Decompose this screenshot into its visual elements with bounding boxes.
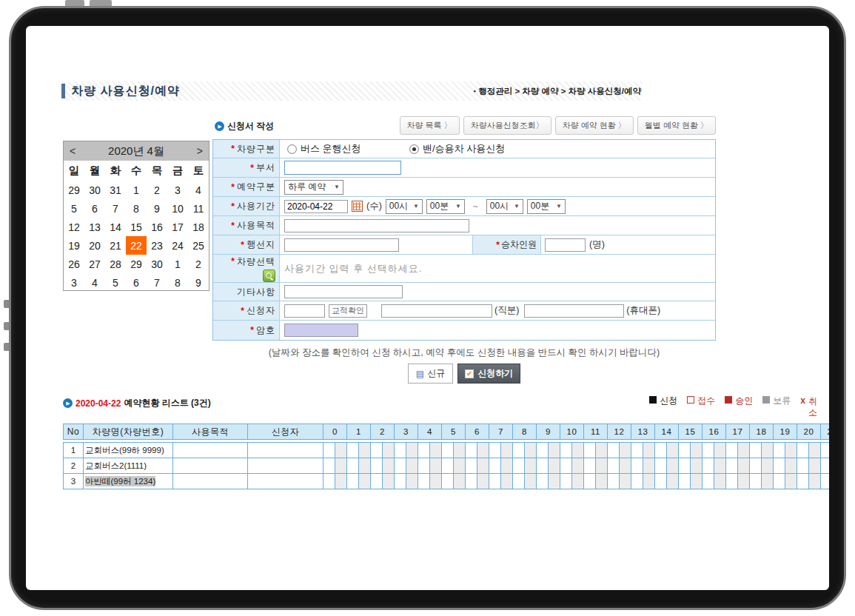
calendar-date-cell[interactable]: 31 (105, 181, 126, 199)
calendar-date-cell[interactable]: 1 (167, 255, 188, 273)
calendar-date-cell[interactable]: 23 (147, 236, 167, 255)
calendar-date-cell[interactable]: 10 (167, 199, 188, 218)
calendar-date-cell[interactable]: 4 (84, 273, 105, 292)
calendar-date-cell[interactable]: 9 (188, 273, 209, 292)
calendar-date-cell[interactable]: 7 (147, 273, 167, 292)
slot-cell (750, 458, 761, 473)
start-minute-select[interactable]: 00분▼ (426, 199, 465, 214)
usage-date-input[interactable] (284, 200, 348, 213)
calendar-date-cell[interactable]: 29 (126, 255, 147, 273)
row-number: 1 (64, 443, 83, 458)
calendar-date-cell[interactable]: 25 (188, 236, 209, 255)
phone-suffix: (휴대폰) (626, 304, 660, 317)
calendar-date-cell[interactable]: 22 (126, 236, 147, 255)
quick-nav-button[interactable]: 월별 예약 현황 〉 (637, 116, 716, 135)
calendar-next-button[interactable]: > (197, 145, 203, 157)
vehicle-search-icon[interactable] (263, 270, 275, 282)
calendar-date-cell[interactable]: 16 (147, 218, 167, 236)
quick-nav-button[interactable]: 차량사용신청조회〉 (463, 116, 551, 135)
purpose-label: *사용목적 (213, 216, 280, 235)
calendar-date-cell[interactable]: 3 (64, 273, 84, 292)
calendar-date-cell[interactable]: 11 (188, 199, 209, 218)
slot-cell (477, 458, 489, 473)
calendar-date-cell[interactable]: 3 (167, 181, 188, 199)
form-row-department: *부서 (213, 158, 715, 178)
calendar-date-cell[interactable]: 5 (105, 273, 126, 292)
slot-cell (477, 474, 489, 489)
slot-cell (620, 474, 631, 489)
calendar-date-cell[interactable]: 6 (84, 199, 105, 218)
calendar-date-cell[interactable]: 19 (64, 236, 84, 255)
passengers-input[interactable] (545, 238, 586, 252)
calendar-date-cell[interactable]: 4 (188, 181, 209, 199)
start-hour-select[interactable]: 00시▼ (386, 199, 423, 214)
slot-cell (584, 474, 595, 489)
calendar-date-cell[interactable]: 18 (188, 218, 209, 236)
radio-van-request[interactable] (409, 144, 419, 154)
legend-swatch-icon: x (800, 396, 805, 404)
calendar-date-cell[interactable]: 6 (126, 273, 147, 292)
calendar-date-cell[interactable]: 29 (64, 181, 84, 199)
password-input[interactable] (284, 324, 358, 337)
calendar-date-cell[interactable]: 15 (126, 218, 147, 236)
calendar-date-cell[interactable]: 1 (126, 181, 147, 199)
slot-cell (442, 443, 453, 458)
calendar-date-cell[interactable]: 28 (105, 255, 126, 273)
slot-cell (359, 458, 370, 473)
applicant-name-input[interactable] (284, 304, 325, 318)
calendar-date-cell[interactable]: 24 (167, 236, 188, 255)
calendar-date-cell[interactable]: 26 (64, 255, 84, 273)
calendar-date-cell[interactable]: 12 (64, 218, 84, 236)
applicant-cell (248, 458, 323, 473)
reservation-type-select[interactable]: 하루 예약▼ (284, 180, 343, 195)
title-accent-bar (61, 84, 65, 98)
end-minute-select[interactable]: 00분▼ (527, 199, 566, 214)
calendar-date-cell[interactable]: 30 (84, 181, 105, 199)
calendar-day-names: 일월화수목금토 (64, 161, 209, 181)
calendar-day-name: 금 (167, 164, 188, 178)
breadcrumb: ●행정관리 > 차량 예약 > 차량 사용신청/예약 (474, 86, 641, 97)
slot-cell (525, 474, 536, 489)
department-input[interactable] (284, 161, 401, 175)
slot-cell (762, 458, 773, 473)
quick-nav-button[interactable]: 차량 예약 현황 〉 (555, 116, 634, 135)
reservation-table-body: 1교회버스(99하 9999)2교회버스2(1111)3아반떼(99허 1234… (63, 442, 829, 489)
calendar-date-cell[interactable]: 21 (105, 236, 126, 255)
calendar-date-cell[interactable]: 13 (84, 218, 105, 236)
calendar-date-cell[interactable]: 27 (84, 255, 105, 273)
slot-cell (774, 458, 785, 473)
slot-cell (797, 474, 808, 489)
calendar-date-cell[interactable]: 30 (147, 255, 167, 273)
quick-nav-button[interactable]: 차량 목록 〉 (400, 116, 460, 135)
calendar-date-cell[interactable]: 17 (167, 218, 188, 236)
calendar-prev-button[interactable]: < (70, 145, 76, 157)
calendar-date-cell[interactable]: 2 (147, 181, 167, 199)
radio-bus-request[interactable] (287, 144, 297, 154)
calendar-date-cell[interactable]: 7 (105, 199, 126, 218)
calendar-date-cell[interactable]: 5 (64, 199, 84, 218)
destination-input[interactable] (284, 238, 399, 252)
breadcrumb-text: 행정관리 > 차량 예약 > 차량 사용신청/예약 (478, 87, 641, 96)
verify-member-button[interactable]: 교적확인 (329, 304, 367, 318)
end-hour-select[interactable]: 00시▼ (486, 199, 523, 214)
applicant-phone-input[interactable] (524, 304, 624, 318)
slot-cell (560, 474, 571, 489)
calendar-date-cell[interactable]: 8 (126, 199, 147, 218)
calendar-date-cell[interactable]: 9 (147, 199, 167, 218)
calendar-date-cell[interactable]: 2 (188, 255, 209, 273)
applicant-position-input[interactable] (381, 304, 492, 318)
slot-cell (643, 458, 654, 473)
purpose-input[interactable] (284, 219, 469, 232)
new-button[interactable]: ▤신규 (408, 364, 453, 384)
slot-cell (489, 474, 500, 489)
calendar-icon[interactable] (352, 201, 363, 212)
calendar-date-cell[interactable]: 20 (84, 236, 105, 255)
slot-cell (785, 474, 797, 489)
submit-button[interactable]: ✔신청하기 (457, 364, 520, 384)
slot-cell (501, 458, 512, 473)
slot-cell (442, 458, 453, 473)
calendar-date-cell[interactable]: 8 (167, 273, 188, 292)
calendar-day-name: 화 (105, 164, 126, 178)
etc-input[interactable] (284, 285, 403, 298)
calendar-date-cell[interactable]: 14 (105, 218, 126, 236)
